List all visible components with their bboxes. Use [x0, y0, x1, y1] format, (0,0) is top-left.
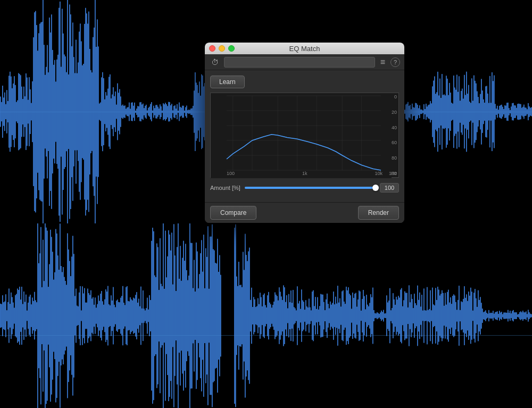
eq-graph: 0 20 40 60 80 100 100 1k 10k Hz [210, 93, 399, 178]
help-icon: ? [394, 59, 397, 65]
y-label-20: 20 [389, 110, 397, 115]
maximize-button[interactable] [228, 45, 235, 52]
title-bar: EQ Match [205, 43, 404, 54]
y-label-80: 80 [389, 155, 397, 161]
x-label-100: 100 [227, 171, 235, 176]
waveform-bottom-canvas [0, 223, 532, 408]
plugin-footer: Compare Render [205, 202, 404, 223]
menu-icon[interactable]: ≡ [378, 57, 387, 67]
minimize-button[interactable] [219, 45, 225, 52]
slider-fill [245, 187, 376, 189]
x-axis-labels: 100 1k 10k [227, 171, 383, 176]
toolbar: ⏱ ≡ ? [205, 54, 404, 70]
traffic-lights [209, 45, 235, 52]
help-button[interactable]: ? [390, 57, 400, 67]
amount-input[interactable] [380, 183, 399, 193]
x-label-1k: 1k [302, 171, 307, 176]
plugin-content: Learn 0 20 40 60 80 100 100 1k 10k Hz Am… [205, 70, 404, 202]
plugin-window: EQ Match ⏱ ≡ ? Learn 0 20 40 60 80 100 [205, 43, 404, 223]
amount-row: Amount [%] [210, 183, 399, 193]
y-axis-labels: 0 20 40 60 80 100 [389, 93, 397, 177]
close-button[interactable] [209, 45, 215, 52]
eq-canvas [211, 93, 392, 178]
y-label-40: 40 [389, 125, 397, 130]
compare-button[interactable]: Compare [210, 206, 256, 220]
h-line-bottom [0, 335, 532, 336]
preset-dropdown[interactable] [224, 57, 375, 68]
waveform-bottom [0, 223, 532, 408]
slider-thumb[interactable] [372, 185, 379, 191]
render-button[interactable]: Render [358, 206, 399, 220]
hz-label: Hz [391, 171, 397, 176]
y-label-0: 0 [389, 94, 397, 99]
automation-icon[interactable]: ⏱ [209, 57, 221, 68]
amount-label: Amount [%] [210, 185, 240, 191]
learn-button[interactable]: Learn [210, 76, 245, 88]
window-title: EQ Match [289, 45, 320, 53]
y-label-60: 60 [389, 140, 397, 145]
amount-slider[interactable] [245, 187, 376, 189]
x-label-10k: 10k [375, 171, 383, 176]
